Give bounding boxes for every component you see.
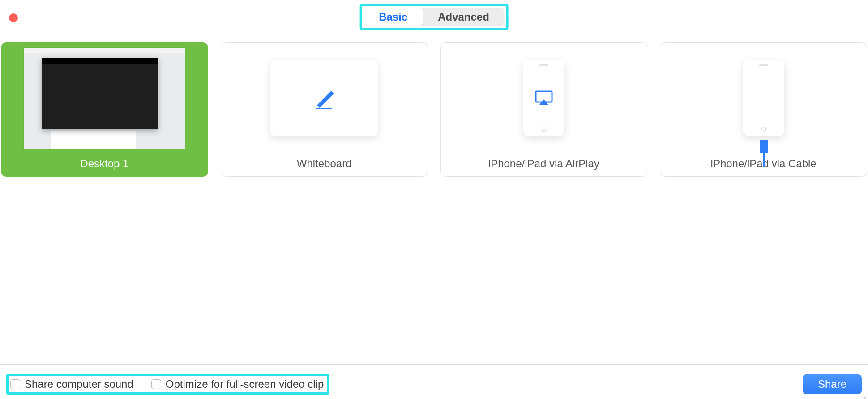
iphone-cable-icon xyxy=(743,60,784,136)
footer-separator xyxy=(0,364,868,365)
whiteboard-icon xyxy=(270,60,378,136)
tile-label: Whiteboard xyxy=(297,153,352,176)
iphone-airplay-icon xyxy=(523,60,564,136)
share-tile-cable[interactable]: iPhone/iPad via Cable xyxy=(660,42,867,177)
checkbox-share-sound-input[interactable] xyxy=(10,379,20,389)
window-resize-grip[interactable] xyxy=(860,391,866,397)
tab-advanced[interactable]: Advanced xyxy=(423,8,505,26)
mode-tabs: Basic Advanced xyxy=(363,8,505,26)
checkbox-share-sound-label: Share computer sound xyxy=(25,378,133,391)
tile-label: Desktop 1 xyxy=(80,153,128,176)
checkbox-share-sound[interactable]: Share computer sound xyxy=(10,378,133,391)
window-close-button[interactable] xyxy=(9,13,18,22)
desktop-thumbnail xyxy=(1,43,208,153)
checkbox-optimize-video-input[interactable] xyxy=(151,379,161,389)
share-options-grid: Desktop 1 Whiteboard iPhone/iPad xyxy=(0,42,868,177)
footer-bar: Share computer sound Optimize for full-s… xyxy=(0,369,868,399)
tabs-highlight-box: Basic Advanced xyxy=(359,4,509,30)
tile-label: iPhone/iPad via AirPlay xyxy=(488,153,599,176)
share-tile-airplay[interactable]: iPhone/iPad via AirPlay xyxy=(440,42,648,177)
share-tile-desktop-1[interactable]: Desktop 1 xyxy=(1,42,208,177)
share-button[interactable]: Share xyxy=(803,374,862,394)
tab-basic[interactable]: Basic xyxy=(363,8,423,26)
checkbox-optimize-video[interactable]: Optimize for full-screen video clip xyxy=(151,378,324,391)
checkbox-optimize-video-label: Optimize for full-screen video clip xyxy=(166,378,324,391)
footer-options-highlight-box: Share computer sound Optimize for full-s… xyxy=(6,374,329,395)
svg-rect-0 xyxy=(316,108,332,109)
share-tile-whiteboard[interactable]: Whiteboard xyxy=(221,42,428,177)
